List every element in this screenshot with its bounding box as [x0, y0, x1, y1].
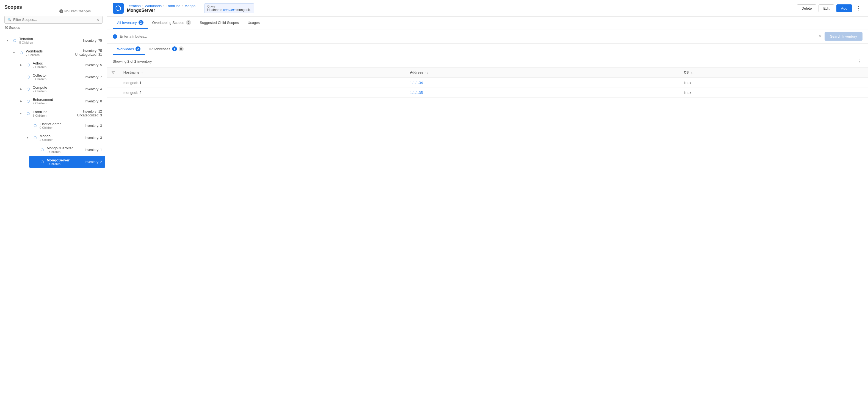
search-inventory-button[interactable]: Search Inventory — [825, 32, 863, 41]
chevron-enforcement[interactable]: ▶ — [19, 99, 23, 103]
query-value: Hostname contains mongodb- — [207, 8, 251, 12]
sidebar-item-elasticsearch[interactable]: ⬡ ElasticSearch 0 Children Inventory: 3 — [22, 120, 105, 132]
row2-os: linux — [679, 88, 868, 98]
sidebar: Scopes i No Draft Changes 🔍 ✕ 40 Scopes … — [0, 0, 107, 414]
table-area: Showing 2 of 2 inventory ⋮ ▽ Hostname ↑ … — [107, 55, 868, 414]
inventory-table: ▽ Hostname ↑ Address ↑↓ OS ↑↓ mong — [107, 68, 868, 98]
more-options-button[interactable]: ⋮ — [854, 4, 863, 12]
badge-overlapping-scopes: 0 — [186, 20, 191, 25]
table-header-cols: ▽ Hostname ↑ Address ↑↓ OS ↑↓ — [107, 68, 868, 78]
row1-empty — [107, 78, 119, 88]
row2-hostname: mongodb-2 — [119, 88, 405, 98]
row2-address-link[interactable]: 1.1.1.35 — [410, 91, 423, 95]
breadcrumb-workloads[interactable]: Workloads — [145, 4, 162, 8]
chevron-compute[interactable]: ▶ — [19, 87, 23, 91]
cube-icon-frontend: ⬡ — [25, 110, 31, 116]
sort-address-icon[interactable]: ↑↓ — [425, 71, 428, 74]
info-icon: i — [59, 9, 63, 13]
sidebar-item-mongoserver[interactable]: ⬡ MongoServer 0 Children Inventory: 2 — [29, 156, 105, 168]
search-info-icon: i — [113, 34, 117, 39]
tabs-bar: All Inventory 2 Overlapping Scopes 0 Sug… — [107, 17, 868, 29]
table-row[interactable]: mongodb-1 1.1.1.34 linux — [107, 78, 868, 88]
sidebar-item-workloads[interactable]: ▾ ⬡ Workloads 7 Children Inventory: 75 U… — [8, 47, 105, 59]
sort-hostname-icon[interactable]: ↑ — [141, 71, 143, 74]
breadcrumb-tetration[interactable]: Tetration — [127, 4, 141, 8]
filter-clear-icon[interactable]: ✕ — [96, 18, 99, 22]
badge-all-inventory: 2 — [138, 20, 144, 25]
row1-hostname: mongodb-1 — [119, 78, 405, 88]
scope-title-large: MongoServer — [127, 8, 195, 13]
badge-workloads-subtab: 2 — [135, 46, 141, 51]
filter-icon: 🔍 — [7, 18, 11, 22]
row2-address: 1.1.1.35 — [405, 88, 679, 98]
sidebar-header: Scopes i No Draft Changes 🔍 ✕ 40 Scopes — [0, 0, 107, 33]
breadcrumb-mongo[interactable]: Mongo — [184, 4, 195, 8]
col-os[interactable]: OS ↑↓ — [679, 68, 868, 78]
badge-ip-addresses-2: 0 — [179, 46, 184, 51]
sub-tab-ip-addresses[interactable]: IP Addresses 1 0 — [145, 44, 188, 55]
table-body: mongodb-1 1.1.1.34 linux mongodb-2 1.1.1… — [107, 78, 868, 98]
sidebar-item-adhoc[interactable]: ▶ ⬡ Adhoc 2 Children Inventory: 5 — [15, 59, 105, 71]
table-header-row: Showing 2 of 2 inventory ⋮ — [107, 55, 868, 68]
cube-icon-enforcement: ⬡ — [25, 98, 31, 104]
col-hostname[interactable]: Hostname ↑ — [119, 68, 405, 78]
col-address[interactable]: Address ↑↓ — [405, 68, 679, 78]
query-box: Query Hostname contains mongodb- — [204, 3, 254, 13]
tab-usages[interactable]: Usages — [243, 17, 264, 29]
row1-address: 1.1.1.34 — [405, 78, 679, 88]
scope-count: 40 Scopes — [4, 24, 102, 31]
showing-text: Showing 2 of 2 inventory — [113, 59, 152, 63]
sidebar-title: Scopes — [4, 4, 22, 10]
cube-icon-mongo: ⬡ — [32, 135, 38, 141]
cube-icon-tetration: ⬡ — [11, 38, 18, 44]
chevron-mongo[interactable]: ▾ — [25, 136, 30, 139]
badge-ip-addresses-1: 1 — [172, 46, 177, 51]
row1-os: linux — [679, 78, 868, 88]
col-filter[interactable]: ▽ — [107, 68, 119, 78]
add-button[interactable]: Add — [836, 4, 852, 12]
sidebar-header-row: Scopes i No Draft Changes — [4, 4, 102, 13]
cube-icon-workloads: ⬡ — [18, 50, 24, 56]
search-bar: i ✕ Search Inventory — [107, 29, 868, 44]
chevron-tetration[interactable]: ▾ — [5, 39, 10, 42]
search-clear-icon[interactable]: ✕ — [818, 34, 822, 39]
filter-input[interactable] — [13, 18, 95, 22]
tab-all-inventory[interactable]: All Inventory 2 — [113, 17, 148, 29]
top-bar-actions: Delete Edit Add ⋮ — [797, 4, 863, 12]
sidebar-item-mongodbarbiter[interactable]: ⬡ MongoDBarbiter 0 Children Inventory: 1 — [29, 144, 105, 156]
tab-overlapping-scopes[interactable]: Overlapping Scopes 0 — [148, 17, 195, 29]
table-row[interactable]: mongodb-2 1.1.1.35 linux — [107, 88, 868, 98]
sidebar-item-mongo[interactable]: ▾ ⬡ Mongo 2 Children Inventory: 3 — [22, 132, 105, 144]
delete-button[interactable]: Delete — [797, 4, 816, 12]
draft-info: i No Draft Changes — [59, 9, 91, 13]
cube-icon-collector: ⬡ — [25, 74, 31, 80]
cube-icon-mongoserver: ⬡ — [39, 159, 45, 165]
breadcrumb: Tetration : Workloads : FrontEnd : Mongo — [127, 4, 195, 8]
search-input[interactable] — [120, 34, 815, 38]
main-content: Tetration : Workloads : FrontEnd : Mongo… — [107, 0, 868, 414]
sidebar-item-frontend[interactable]: ▾ ⬡ FrontEnd 3 Children Inventory: 12 Un… — [15, 107, 105, 119]
row1-address-link[interactable]: 1.1.1.34 — [410, 81, 423, 85]
sidebar-item-collector[interactable]: ⬡ Collector 0 Children Inventory: 7 — [15, 71, 105, 83]
edit-button[interactable]: Edit — [818, 4, 834, 12]
sidebar-item-compute[interactable]: ▶ ⬡ Compute 2 Children Inventory: 4 — [15, 83, 105, 95]
cube-icon-mongodbarbiter: ⬡ — [39, 147, 45, 153]
filter-col-icon[interactable]: ▽ — [112, 70, 115, 75]
sidebar-item-enforcement[interactable]: ▶ ⬡ Enforcement 2 Children Inventory: 0 — [15, 95, 105, 107]
cube-icon-elasticsearch: ⬡ — [32, 123, 38, 129]
sort-os-icon[interactable]: ↑↓ — [691, 71, 694, 74]
row2-empty — [107, 88, 119, 98]
filter-row[interactable]: 🔍 ✕ — [4, 15, 102, 24]
breadcrumb-frontend[interactable]: FrontEnd — [166, 4, 180, 8]
table-head: ▽ Hostname ↑ Address ↑↓ OS ↑↓ — [107, 68, 868, 78]
scope-icon-large — [113, 3, 124, 14]
sub-tab-workloads[interactable]: Workloads 2 — [113, 44, 145, 55]
sub-tabs-bar: Workloads 2 IP Addresses 1 0 — [107, 44, 868, 55]
tab-suggested-child-scopes[interactable]: Suggested Child Scopes — [195, 17, 243, 29]
table-more-button[interactable]: ⋮ — [856, 58, 863, 65]
chevron-adhoc[interactable]: ▶ — [19, 63, 23, 67]
sidebar-item-tetration[interactable]: ▾ ⬡ Tetration 5 Children Inventory: 75 — [2, 35, 105, 46]
chevron-frontend[interactable]: ▾ — [19, 112, 23, 115]
sidebar-body: ▾ ⬡ Tetration 5 Children Inventory: 75 ▾… — [0, 33, 107, 414]
chevron-workloads[interactable]: ▾ — [11, 51, 17, 55]
